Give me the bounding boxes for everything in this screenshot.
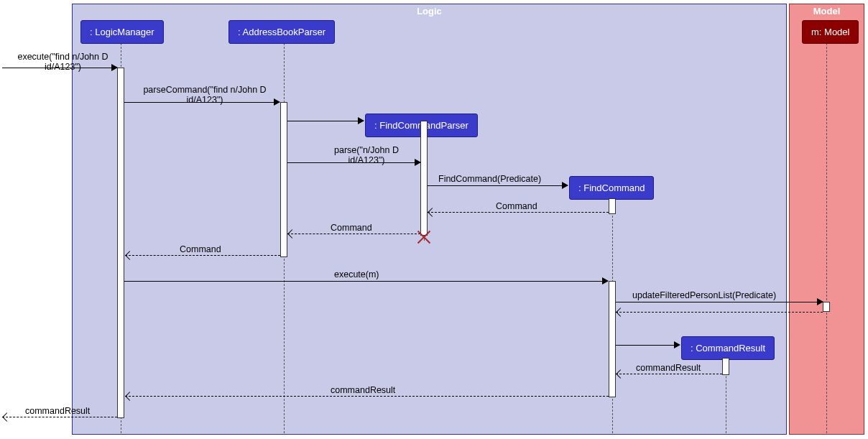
participant-addressbookparser: : AddressBookParser [228, 20, 335, 44]
label-execute-in: execute("find n/John D id/A123") [7, 52, 119, 72]
sequence-diagram: Logic Model : LogicManager : AddressBook… [0, 0, 868, 439]
arrow-create-commandresult [616, 345, 679, 346]
participant-commandresult: : CommandResult [681, 336, 775, 360]
activation-findcommandparser [420, 121, 428, 236]
activation-commandresult [722, 358, 729, 375]
label-command-ret2: Command [331, 223, 372, 233]
participant-model: m: Model [802, 20, 859, 44]
label-findcommand-new: FindCommand(Predicate) [438, 174, 541, 184]
arrow-command-ret3 [125, 255, 280, 256]
activation-findcommand-2 [609, 281, 616, 397]
label-command-ret3: Command [180, 244, 221, 254]
arrowhead-execute-m [602, 277, 609, 285]
arrow-command-ret2 [287, 234, 420, 234]
arrow-commandresult-ret1 [616, 374, 722, 374]
destroy-findcommandparser [417, 230, 431, 244]
arrowhead-commandresult-out [2, 412, 11, 422]
arrow-commandresult-ret2 [125, 396, 609, 397]
participant-logicmanager: : LogicManager [80, 20, 164, 44]
label-commandresult-ret1: commandResult [636, 363, 701, 373]
arrow-updatefilteredpersonlist-ret [616, 312, 823, 313]
package-model-title: Model [813, 6, 841, 17]
label-command-ret1: Command [496, 201, 537, 211]
label-parsecommand: parseCommand("find n/John D id/A123") [129, 85, 280, 105]
arrowhead-create-fcp [358, 117, 364, 124]
lifeline-model [826, 43, 827, 433]
arrowhead-updatefilteredpersonlist [817, 298, 823, 305]
arrow-findcommand-new [428, 185, 568, 186]
activation-findcommand-1 [609, 198, 616, 214]
activation-logicmanager [117, 68, 124, 418]
arrow-command-ret1 [428, 212, 609, 213]
arrowhead-create-commandresult [674, 341, 680, 348]
activation-model [823, 302, 830, 312]
activation-addressbookparser [280, 102, 287, 257]
label-parse: parse("n/John D id/A123") [316, 145, 417, 165]
arrowhead-findcommand-new [562, 182, 568, 189]
label-updatefilteredpersonlist: updateFilteredPersonList(Predicate) [632, 290, 776, 300]
arrow-commandresult-out [2, 417, 117, 417]
participant-findcommand: : FindCommand [569, 176, 654, 200]
package-logic-title: Logic [417, 6, 442, 17]
label-commandresult-out: commandResult [25, 406, 90, 416]
arrow-updatefilteredpersonlist [616, 302, 823, 302]
label-execute-m: execute(m) [334, 269, 379, 279]
label-commandresult-ret2: commandResult [331, 385, 395, 395]
arrow-create-fcp [287, 121, 364, 121]
arrow-execute-m [124, 281, 608, 282]
